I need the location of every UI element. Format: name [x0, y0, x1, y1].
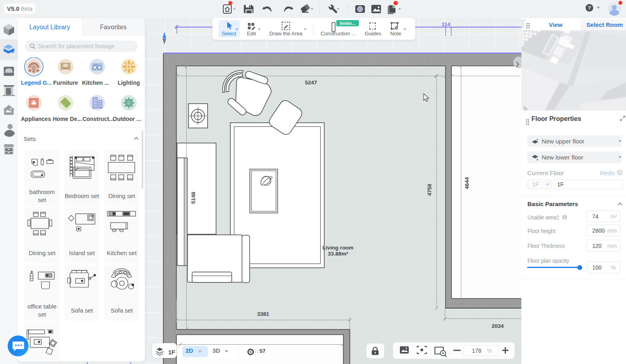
- svg-text:5247: 5247: [305, 80, 317, 86]
- svg-text:2034: 2034: [492, 323, 504, 329]
- svg-text:Living room: Living room: [322, 245, 353, 251]
- svg-text:4644: 4644: [464, 177, 470, 189]
- svg-text:3381: 3381: [257, 311, 270, 317]
- svg-text:Select: Select: [222, 31, 237, 37]
- svg-text:33.88m²: 33.88m²: [328, 251, 348, 257]
- svg-text:4758: 4758: [426, 184, 432, 196]
- svg-text:114: 114: [442, 21, 451, 27]
- svg-text:limite...: limite...: [340, 21, 356, 26]
- svg-text:?: ?: [588, 5, 591, 11]
- svg-text:5148: 5148: [190, 192, 196, 204]
- svg-text:1F: 1F: [168, 349, 175, 356]
